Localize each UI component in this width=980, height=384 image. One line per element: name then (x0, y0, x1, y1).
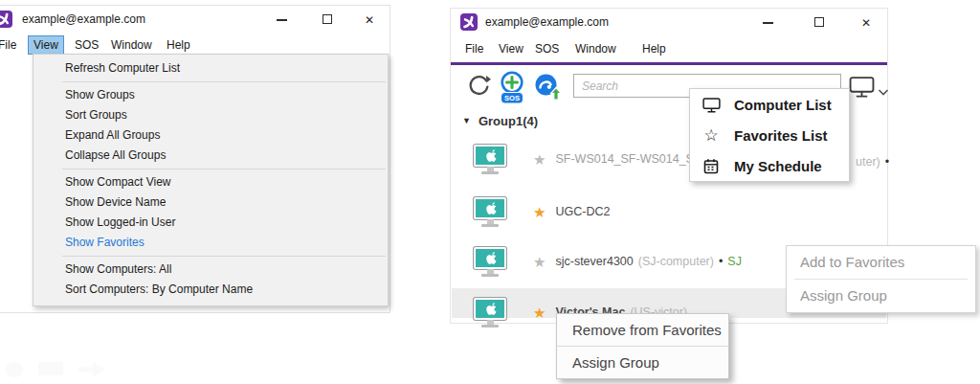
window-title: example@example.com (485, 15, 609, 29)
context-item-add-to-favorites[interactable]: Add to Favorites (787, 246, 975, 279)
menu-sos[interactable]: SOS (530, 39, 564, 58)
mac-computer-icon (474, 247, 506, 277)
menu-item-show-favorites[interactable]: Show Favorites (33, 233, 388, 253)
computer-row-ugc-dc2[interactable]: ★ UGC-DC2 (451, 191, 887, 233)
menu-help[interactable]: Help (637, 39, 671, 58)
menu-window[interactable]: Window (106, 35, 157, 55)
view-switcher-dropdown: Computer List ☆ Favorites List My Schedu… (689, 88, 850, 182)
app-logo-icon (460, 13, 478, 31)
menu-help[interactable]: Help (162, 35, 195, 55)
menu-sos[interactable]: SOS (70, 35, 103, 55)
menu-item-show-computers-all[interactable]: Show Computers: All (33, 260, 388, 280)
minimize-button[interactable] (277, 13, 290, 27)
right-titlebar[interactable]: example@example.com ✕ (451, 9, 887, 35)
context-item-assign-group[interactable]: Assign Group (787, 280, 975, 312)
menu-separator (62, 81, 386, 82)
group-name: Group1(4) (479, 114, 538, 128)
menu-item-show-groups[interactable]: Show Groups (33, 85, 388, 105)
context-item-remove-from-favorites[interactable]: Remove from Favorites (557, 314, 728, 346)
app-logo-icon (0, 11, 12, 28)
view-menu-dropdown: Refresh Computer List Show Groups Sort G… (33, 54, 389, 306)
share-screen-icon[interactable] (533, 73, 564, 105)
mac-computer-icon (474, 298, 506, 328)
sos-icon[interactable]: SOS (497, 70, 527, 109)
monitor-icon (702, 97, 721, 113)
left-titlebar[interactable]: example@example.com ✕ (0, 6, 390, 33)
context-item-assign-group[interactable]: Assign Group (557, 347, 728, 378)
logged-in-user: SJ (727, 255, 742, 268)
computer-name: sjc-stever4300 (555, 255, 633, 268)
switcher-item-favorites-list[interactable]: ☆ Favorites List (690, 120, 849, 150)
close-button[interactable]: ✕ (365, 13, 378, 27)
faded-artifact-icons (6, 362, 105, 377)
refresh-icon[interactable] (466, 74, 491, 102)
status-dot: • (719, 255, 723, 268)
menu-item-refresh-computer-list[interactable]: Refresh Computer List (33, 58, 388, 79)
device-name: (SJ-computer) (638, 255, 714, 268)
group-header[interactable]: ▼ Group1(4) (462, 112, 538, 129)
menu-item-show-logged-in-user[interactable]: Show Logged-in User (33, 213, 388, 233)
menu-separator (62, 169, 386, 169)
menu-item-show-compact-view[interactable]: Show Compact View (33, 172, 388, 192)
splashtop-app-icon (0, 11, 12, 28)
context-menu-remove-favorites: Remove from Favorites Assign Group (556, 313, 729, 379)
computer-name: SF-WS014_SF-WS014_SF (555, 152, 701, 166)
menu-item-expand-all-groups[interactable]: Expand All Groups (33, 125, 388, 146)
sos-badge-label: SOS (504, 94, 520, 102)
favorite-star-icon[interactable]: ★ (533, 205, 546, 219)
view-switcher-monitor-icon[interactable] (849, 76, 875, 102)
status-dot: • (885, 155, 889, 169)
favorite-star-icon[interactable]: ★ (533, 255, 546, 269)
computer-name-tail: uter) • (856, 154, 889, 169)
menu-view[interactable]: View (494, 39, 528, 58)
collapse-arrow-icon: ▼ (462, 116, 471, 125)
calendar-icon (702, 158, 721, 174)
menu-window[interactable]: Window (570, 39, 621, 58)
context-menu-favorites: Add to Favorites Assign Group (786, 245, 976, 313)
left-app-window: example@example.com ✕ File View SOS Wind… (0, 5, 390, 313)
menu-item-show-device-name[interactable]: Show Device Name (33, 192, 388, 213)
mac-computer-icon (474, 197, 506, 227)
menu-item-collapse-all-groups[interactable]: Collapse All Groups (33, 146, 388, 166)
window-title: example@example.com (22, 12, 145, 26)
menu-item-sort-groups[interactable]: Sort Groups (33, 105, 388, 125)
favorite-star-icon[interactable]: ★ (533, 305, 546, 320)
close-button[interactable]: ✕ (861, 16, 875, 30)
menu-file[interactable]: File (460, 39, 488, 58)
menu-file[interactable]: File (0, 35, 21, 55)
mac-computer-icon (474, 145, 506, 174)
menu-view-active[interactable]: View (28, 35, 64, 55)
switcher-item-my-schedule[interactable]: My Schedule (690, 150, 849, 181)
favorite-star-icon[interactable]: ★ (533, 152, 546, 167)
maximize-button[interactable] (323, 13, 336, 27)
star-outline-icon: ☆ (702, 127, 721, 144)
menu-item-sort-computers-by-name[interactable]: Sort Computers: By Computer Name (33, 280, 388, 300)
minimize-button[interactable] (763, 16, 776, 30)
computer-name: UGC-DC2 (555, 205, 610, 218)
splashtop-app-icon (460, 13, 478, 31)
purple-accent-divider (451, 62, 887, 65)
chevron-down-icon[interactable] (878, 83, 889, 101)
switcher-item-computer-list[interactable]: Computer List (690, 89, 849, 120)
menu-separator (62, 256, 386, 257)
maximize-button[interactable] (814, 16, 828, 30)
